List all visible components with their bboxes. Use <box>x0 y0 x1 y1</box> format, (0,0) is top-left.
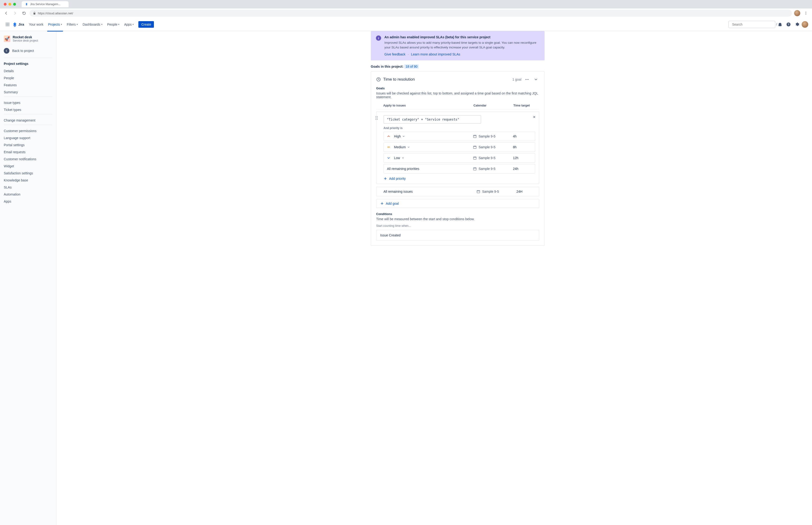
more-actions-button[interactable] <box>524 76 530 83</box>
sidebar-item-knowledge-base[interactable]: Knowledge base <box>2 177 54 184</box>
start-condition-box[interactable]: Issue Created <box>376 230 539 241</box>
notifications-button[interactable] <box>776 21 784 28</box>
back-to-project-link[interactable]: Back to project <box>2 46 54 57</box>
priority-selector[interactable]: Medium <box>387 145 473 149</box>
project-header[interactable]: 🚀 Rocket desk Service desk project <box>2 35 54 46</box>
calendar-value[interactable]: Sample 9-5 <box>479 145 495 149</box>
browser-chrome: Jira Service Managem... https://cloud.at… <box>0 0 812 18</box>
svg-point-23 <box>376 119 377 120</box>
priority-selector[interactable]: High <box>387 134 473 138</box>
close-window-icon[interactable] <box>4 3 6 6</box>
calendar-icon <box>476 190 480 193</box>
search-field[interactable] <box>732 22 773 26</box>
browser-menu-button[interactable] <box>802 10 809 16</box>
settings-button[interactable] <box>793 21 801 28</box>
nav-your-work[interactable]: Your work <box>27 21 45 28</box>
target-value[interactable]: 24H <box>517 190 535 193</box>
project-type: Service desk project <box>13 39 38 42</box>
svg-rect-25 <box>473 135 476 138</box>
sidebar-item-language-support[interactable]: Language support <box>2 134 54 141</box>
banner-title: An admin has enabled improved SLAs (beta… <box>384 35 539 39</box>
nav-apps[interactable]: Apps ▾ <box>122 21 136 28</box>
nav-filters[interactable]: Filters ▾ <box>65 21 80 28</box>
give-feedback-link[interactable]: Give feedback <box>384 52 405 56</box>
svg-point-6 <box>6 24 6 25</box>
sidebar-item-slas[interactable]: SLAs <box>2 184 54 191</box>
sidebar-item-ticket-types[interactable]: Ticket types <box>2 106 54 113</box>
app-switcher-button[interactable] <box>4 21 11 28</box>
all-remaining-issues-row: All remaining issues Sample 9-5 24H <box>376 187 539 196</box>
calendar-value[interactable]: Sample 9-5 <box>479 156 495 160</box>
target-value[interactable]: 8h <box>513 145 532 149</box>
search-input[interactable]: / <box>729 21 775 28</box>
address-bar[interactable]: https://cloud.atlassian.net/ <box>30 10 792 17</box>
sidebar-item-automation[interactable]: Automation <box>2 191 54 198</box>
profile-avatar[interactable] <box>802 21 808 28</box>
sidebar-item-details[interactable]: Details <box>2 68 54 75</box>
browser-forward-button[interactable] <box>12 10 18 16</box>
add-goal-button[interactable]: Add goal <box>376 199 539 208</box>
help-button[interactable]: ? <box>785 21 792 28</box>
sidebar-item-features[interactable]: Features <box>2 81 54 89</box>
sidebar-item-email-requests[interactable]: Email requests <box>2 149 54 155</box>
browser-profile-avatar[interactable] <box>794 10 800 16</box>
app-header: Jira Your work Projects ▾ Filters ▾ Dash… <box>0 18 812 31</box>
svg-point-4 <box>7 22 8 23</box>
sidebar-item-customer-permissions[interactable]: Customer permissions <box>2 127 54 134</box>
chevron-down-icon: ▾ <box>61 23 62 26</box>
column-calendar: Calendar <box>473 104 514 107</box>
jira-logo[interactable]: Jira <box>12 22 24 27</box>
target-value[interactable]: 24h <box>513 167 532 170</box>
svg-rect-29 <box>477 190 480 193</box>
sidebar-item-customer-notifications[interactable]: Customer notifications <box>2 155 54 163</box>
target-value[interactable]: 4h <box>513 134 532 138</box>
nav-people[interactable]: People ▾ <box>105 21 121 28</box>
remove-goal-button[interactable]: ✕ <box>533 115 536 119</box>
sidebar-item-change-management[interactable]: Change management <box>2 117 54 124</box>
jira-logo-icon <box>12 22 17 27</box>
product-name: Jira <box>18 22 24 26</box>
collapse-button[interactable] <box>533 76 539 83</box>
sidebar-item-summary[interactable]: Summary <box>2 89 54 96</box>
svg-point-5 <box>9 22 9 23</box>
drag-handle-icon[interactable] <box>376 116 379 120</box>
goal-block: ✕ "Ticket category" = "Service requests"… <box>376 111 539 184</box>
add-priority-button[interactable]: Add priority <box>379 175 535 180</box>
priority-row-all-remaining: All remaining priorities Sample 9-5 24h <box>383 164 535 174</box>
svg-point-1 <box>806 13 806 14</box>
create-button[interactable]: Create <box>138 21 154 28</box>
minimize-window-icon[interactable] <box>9 3 11 6</box>
sla-card: Time to resolution 1 goal Goals Issues w… <box>371 71 545 245</box>
maximize-window-icon[interactable] <box>13 3 16 6</box>
sidebar-item-widget[interactable]: Widget <box>2 163 54 170</box>
priority-selector[interactable]: Low <box>387 156 473 160</box>
browser-tab[interactable]: Jira Service Managem... <box>21 1 68 7</box>
svg-point-22 <box>377 118 378 118</box>
sidebar-item-satisfaction-settings[interactable]: Satisfaction settings <box>2 170 54 177</box>
info-banner: i An admin has enabled improved SLAs (be… <box>371 31 545 60</box>
info-icon: i <box>376 35 381 41</box>
chevron-down-icon <box>407 146 410 149</box>
browser-reload-button[interactable] <box>21 10 27 16</box>
target-value[interactable]: 12h <box>513 156 532 160</box>
svg-point-9 <box>6 25 6 26</box>
nav-dashboards[interactable]: Dashboards ▾ <box>81 21 104 28</box>
sidebar-item-apps[interactable]: Apps <box>2 198 54 205</box>
priority-low-icon <box>387 156 391 160</box>
browser-back-button[interactable] <box>3 10 10 16</box>
priority-row: MediumSample 9-58h <box>383 142 535 152</box>
calendar-value[interactable]: Sample 9-5 <box>482 190 499 193</box>
nav-projects[interactable]: Projects ▾ <box>46 21 64 28</box>
sidebar-item-portal-settings[interactable]: Portal settings <box>2 141 54 149</box>
sidebar-item-issue-types[interactable]: Issue types <box>2 99 54 106</box>
calendar-value[interactable]: Sample 9-5 <box>479 134 495 138</box>
sidebar: 🚀 Rocket desk Service desk project Back … <box>0 31 56 525</box>
sidebar-item-people[interactable]: People <box>2 75 54 81</box>
calendar-icon <box>473 167 477 170</box>
sla-goal-count: 1 goal <box>512 77 521 81</box>
learn-more-link[interactable]: Learn more about improved SLAs <box>411 52 460 56</box>
jql-input[interactable]: "Ticket category" = "Service requests" <box>383 115 481 124</box>
all-remaining-issues-label: All remaining issues <box>383 190 476 193</box>
plus-icon <box>380 201 384 205</box>
calendar-value[interactable]: Sample 9-5 <box>479 167 495 170</box>
